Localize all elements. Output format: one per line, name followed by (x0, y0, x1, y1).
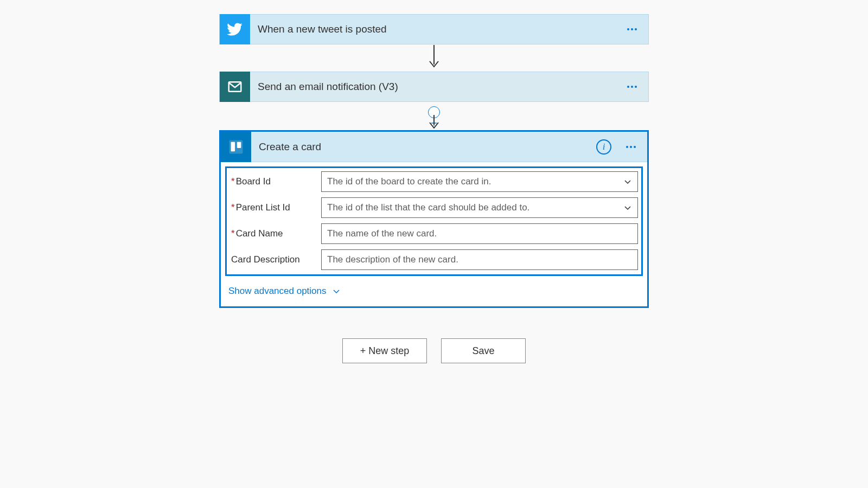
mail-icon (220, 72, 250, 102)
connector-with-add (219, 102, 649, 130)
trello-icon (221, 132, 251, 162)
placeholder-text: The name of the new card. (327, 228, 437, 239)
twitter-icon (220, 14, 250, 44)
svg-point-7 (635, 86, 637, 88)
more-menu-button[interactable] (620, 17, 644, 41)
chevron-down-icon (623, 203, 632, 212)
step-trigger-twitter[interactable]: When a new tweet is posted (219, 14, 649, 44)
info-button[interactable]: i (596, 139, 611, 155)
card-name-input[interactable]: The name of the new card. (321, 223, 638, 244)
more-menu-button[interactable] (619, 135, 643, 159)
step-title: Create a card (251, 141, 596, 153)
svg-rect-13 (237, 142, 241, 147)
placeholder-text: The id of the board to create the card i… (327, 176, 491, 187)
step-header[interactable]: Create a card i (221, 132, 647, 162)
connector-arrow (219, 44, 649, 72)
board-id-dropdown[interactable]: The id of the board to create the card i… (321, 171, 638, 192)
svg-point-6 (631, 86, 633, 88)
svg-point-5 (627, 86, 629, 88)
field-label: Card Description (230, 254, 321, 265)
save-button[interactable]: Save (441, 338, 526, 363)
required-fields-highlight: *Board Id The id of the board to create … (225, 166, 643, 276)
svg-point-2 (635, 28, 637, 30)
svg-rect-12 (231, 142, 235, 151)
field-row-board-id: *Board Id The id of the board to create … (230, 171, 638, 192)
svg-point-14 (626, 146, 628, 148)
show-advanced-options-toggle[interactable]: Show advanced options (228, 286, 341, 297)
svg-point-16 (634, 146, 636, 148)
svg-point-0 (627, 28, 629, 30)
field-label: *Board Id (230, 176, 321, 187)
step-title: When a new tweet is posted (250, 23, 620, 35)
field-row-parent-list: *Parent List Id The id of the list that … (230, 197, 638, 218)
field-label: *Parent List Id (230, 202, 321, 213)
step-title: Send an email notification (V3) (250, 81, 620, 93)
new-step-button[interactable]: + New step (342, 338, 427, 363)
placeholder-text: The description of the new card. (327, 254, 458, 265)
parent-list-dropdown[interactable]: The id of the list that the card should … (321, 197, 638, 218)
chevron-down-icon (332, 287, 341, 296)
placeholder-text: The id of the list that the card should … (327, 202, 529, 213)
step-action-email[interactable]: Send an email notification (V3) (219, 72, 649, 102)
svg-point-1 (631, 28, 633, 30)
step-action-trello-create-card: Create a card i *Board Id The id of the … (219, 130, 649, 308)
field-label: *Card Name (230, 228, 321, 239)
more-menu-button[interactable] (620, 75, 644, 99)
field-row-card-name: *Card Name The name of the new card. (230, 223, 638, 244)
svg-point-15 (630, 146, 632, 148)
chevron-down-icon (623, 177, 632, 186)
field-row-card-desc: Card Description The description of the … (230, 249, 638, 270)
card-description-input[interactable]: The description of the new card. (321, 249, 638, 270)
footer-actions: + New step Save (219, 338, 649, 363)
